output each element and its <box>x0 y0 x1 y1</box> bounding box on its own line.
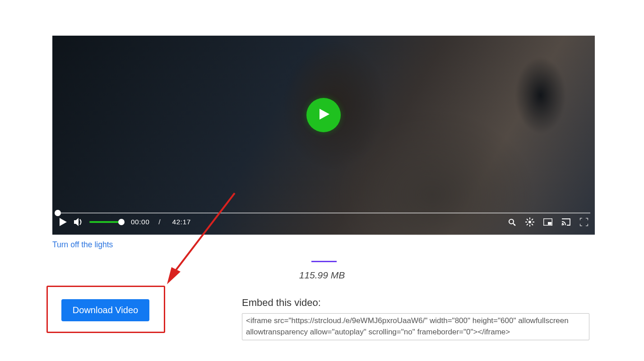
embed-code-input[interactable] <box>242 313 589 340</box>
section-divider <box>311 261 337 262</box>
current-time: 00:00 <box>131 218 149 226</box>
download-video-button[interactable]: Download Video <box>61 299 149 321</box>
svg-marker-16 <box>167 267 181 284</box>
fullscreen-icon[interactable] <box>579 218 588 227</box>
svg-point-14 <box>562 224 563 226</box>
turn-off-lights-link[interactable]: Turn off the lights <box>52 240 113 250</box>
play-button[interactable] <box>306 98 341 132</box>
volume-icon[interactable] <box>74 218 83 227</box>
volume-slider[interactable] <box>89 221 122 223</box>
chromecast-search-icon[interactable] <box>507 218 516 227</box>
svg-line-11 <box>532 219 533 220</box>
svg-point-3 <box>528 221 531 223</box>
time-separator: / <box>158 218 160 226</box>
file-size: 115.99 MB <box>299 270 345 281</box>
svg-point-0 <box>509 219 514 224</box>
embed-label: Embed this video: <box>242 297 321 309</box>
play-icon <box>318 109 329 121</box>
svg-point-2 <box>514 224 515 225</box>
svg-rect-13 <box>548 222 551 225</box>
volume-handle[interactable] <box>118 219 125 225</box>
video-still <box>52 36 595 235</box>
svg-line-9 <box>532 224 533 225</box>
pip-icon[interactable] <box>543 218 552 227</box>
cast-icon[interactable] <box>561 218 570 227</box>
video-player[interactable]: 00:00 / 42:17 <box>52 36 595 235</box>
svg-line-10 <box>527 224 528 225</box>
settings-gear-icon[interactable] <box>525 218 534 227</box>
svg-line-8 <box>527 219 528 220</box>
play-small-icon[interactable] <box>59 218 68 227</box>
duration: 42:17 <box>172 218 191 226</box>
player-controls: 00:00 / 42:17 <box>52 209 595 235</box>
